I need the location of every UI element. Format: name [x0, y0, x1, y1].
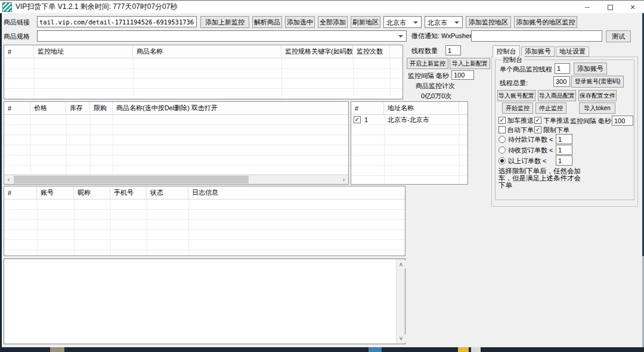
- pending-receive-radio[interactable]: [499, 147, 506, 154]
- thread-total-input[interactable]: [553, 76, 570, 87]
- check-icon: ✓: [535, 126, 540, 133]
- import-account-config-button[interactable]: 导入账号配置: [497, 90, 535, 101]
- accounts-col-status[interactable]: 状态: [147, 186, 188, 199]
- products-col-name[interactable]: 商品名称(选中按Del删除) 双击打开: [113, 102, 348, 114]
- products-col-limit[interactable]: 限购: [90, 102, 113, 114]
- check-icon: ✓: [355, 116, 360, 123]
- hscroll-thumb[interactable]: [14, 176, 249, 183]
- monitor-col-count[interactable]: 监控次数: [353, 45, 390, 58]
- window-title: VIP扫货下单 V1.2.1 剩余时间: 777天07时07分07秒: [16, 3, 177, 11]
- cart-push-checkbox[interactable]: ✓: [499, 117, 506, 124]
- region-select-2[interactable]: 北京市: [425, 16, 463, 28]
- limit-order-checkbox[interactable]: ✓: [534, 126, 541, 133]
- accounts-col-phone[interactable]: 手机号: [110, 186, 147, 199]
- pending-receive-input[interactable]: [556, 145, 572, 155]
- products-hscrollbar[interactable]: ‹ ›: [4, 175, 348, 184]
- hscroll-right-icon[interactable]: ›: [339, 175, 348, 184]
- thread-count-input[interactable]: [445, 45, 461, 55]
- add-account-region-monitor-button[interactable]: 添加账号的地区监控: [514, 16, 577, 28]
- monitor-col-keyword[interactable]: 监控规格关键字(如码数): [281, 45, 353, 58]
- pending-pay-radio[interactable]: [499, 136, 506, 143]
- add-new-monitor-button[interactable]: 添加上新监控: [200, 16, 249, 28]
- products-col-price[interactable]: 价格: [30, 102, 66, 114]
- accounts-col-log[interactable]: 日志信息: [188, 186, 405, 199]
- limit-note-line3: 下单: [499, 182, 512, 189]
- tab-console[interactable]: 控制台: [493, 45, 520, 57]
- address-col-index[interactable]: #: [351, 102, 384, 114]
- maximize-button[interactable]: [599, 1, 621, 14]
- order-push-checkbox[interactable]: ✓: [534, 117, 541, 124]
- product-spec-label: 商品规格: [4, 33, 30, 41]
- address-row-checkbox[interactable]: ✓: [354, 116, 361, 123]
- parse-product-button[interactable]: 解析商品: [252, 16, 282, 28]
- tab-add-account[interactable]: 添加账号: [521, 46, 555, 57]
- login-account-label: 登录账号(需密码): [575, 77, 621, 86]
- address-col-name[interactable]: 地址名称: [384, 102, 459, 114]
- test-label: 测试: [612, 32, 625, 41]
- products-table-header: # 价格 库存 限购 商品名称(选中按Del删除) 双击打开: [4, 102, 348, 115]
- tab-address-settings[interactable]: 地址设置: [556, 46, 589, 57]
- total-orders-input[interactable]: [556, 155, 572, 166]
- refresh-region-button[interactable]: 刷新地区: [351, 16, 380, 28]
- start-monitor-button[interactable]: 开始监控: [502, 102, 533, 114]
- products-col-index[interactable]: #: [4, 102, 30, 114]
- close-button[interactable]: ✕: [621, 1, 644, 14]
- add-selected-button[interactable]: 添加选中: [285, 16, 315, 28]
- close-icon: ✕: [630, 4, 635, 11]
- save-config-button[interactable]: 保存配置文件: [578, 90, 617, 101]
- accounts-col-index[interactable]: #: [4, 186, 37, 199]
- import-product-config-button[interactable]: 导入商品配置: [538, 90, 576, 101]
- accounts-table-header: # 账号 昵称 手机号 状态 日志信息: [4, 186, 405, 200]
- region-select-1[interactable]: 北京市: [383, 16, 422, 28]
- hscroll-left-icon[interactable]: ‹: [4, 175, 13, 184]
- import-new-config-button[interactable]: 导入上新配置: [450, 58, 490, 69]
- auto-order-checkbox[interactable]: [499, 126, 506, 133]
- dropdown-arrow-icon: [454, 21, 459, 24]
- dropdown-arrow-icon: [398, 35, 403, 38]
- save-config-label: 保存配置文件: [580, 92, 615, 100]
- taskbar-strip: [0, 347, 644, 352]
- product-link-label: 商品链接: [4, 18, 30, 26]
- add-all-button[interactable]: 全部添加: [318, 16, 348, 28]
- vscroll-down-icon[interactable]: ˅: [397, 334, 405, 342]
- log-area[interactable]: ˄ ˅: [4, 258, 405, 344]
- minimize-button[interactable]: ─: [576, 1, 599, 14]
- start-new-monitor-button[interactable]: 开启上新监控: [407, 58, 448, 69]
- check-icon: ✓: [535, 117, 540, 123]
- login-account-button[interactable]: 登录账号(需密码): [571, 76, 624, 88]
- accounts-col-account[interactable]: 账号: [37, 186, 74, 199]
- panel-interval-label: 监控间隔 毫秒: [570, 117, 611, 125]
- stop-monitor-button[interactable]: 停止监控: [535, 102, 566, 114]
- address-row-1[interactable]: ✓ 1 北京市-北京市: [351, 115, 467, 124]
- product-spec-select[interactable]: [37, 30, 407, 42]
- pending-pay-input[interactable]: [556, 134, 572, 144]
- products-table-body: [4, 115, 348, 175]
- monitor-col-name[interactable]: 商品名称: [133, 45, 281, 58]
- check-icon: ✓: [500, 117, 504, 123]
- vscroll-up-icon[interactable]: ˄: [397, 260, 405, 269]
- monitor-interval-input[interactable]: [451, 70, 474, 80]
- add-account-button[interactable]: 添加账号: [574, 63, 607, 74]
- test-button[interactable]: 测试: [606, 30, 631, 42]
- accounts-col-nickname[interactable]: 昵称: [74, 186, 110, 199]
- panel-interval-input[interactable]: [612, 116, 633, 126]
- add-monitor-region-button[interactable]: 添加监控地区: [466, 16, 511, 28]
- thread-total-label: 线程总量:: [500, 79, 528, 87]
- order-push-label: 下单推送: [543, 117, 569, 124]
- auto-order-label: 自动下单: [507, 126, 534, 134]
- wechat-token-input[interactable]: [471, 30, 602, 42]
- import-product-config-label: 导入商品配置: [539, 92, 575, 100]
- log-vscrollbar[interactable]: ˄ ˅: [396, 259, 405, 344]
- monitor-col-index[interactable]: #: [4, 45, 34, 58]
- monitor-interval-label: 监控间隔 毫秒: [408, 72, 449, 80]
- monitor-col-url[interactable]: 监控地址: [34, 45, 133, 58]
- add-account-region-monitor-label: 添加账号的地区监控: [516, 18, 575, 27]
- start-new-monitor-label: 开启上新监控: [410, 60, 445, 68]
- products-col-stock[interactable]: 库存: [66, 102, 90, 114]
- import-token-button[interactable]: 导入token: [579, 102, 615, 114]
- monitor-counter-value: 0亿0万0次: [421, 92, 451, 100]
- product-link-input[interactable]: [37, 16, 197, 27]
- total-orders-radio[interactable]: [499, 157, 506, 164]
- monitor-col-filler: [390, 45, 402, 58]
- thread-per-product-input[interactable]: [555, 63, 570, 74]
